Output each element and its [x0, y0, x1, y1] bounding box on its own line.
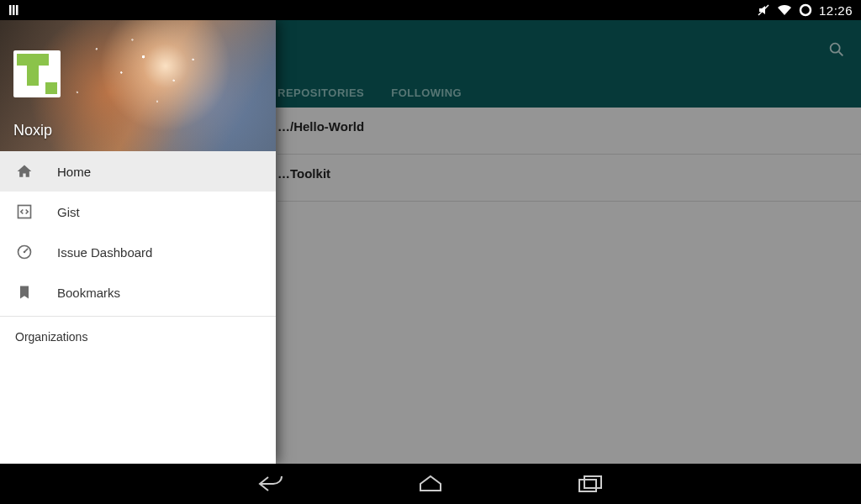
bookmark-icon	[15, 284, 34, 301]
home-icon	[15, 163, 34, 180]
svg-rect-11	[584, 476, 601, 488]
nav-item-label: Gist	[57, 205, 80, 219]
avatar	[13, 50, 61, 97]
nav-item-label: Bookmarks	[57, 286, 120, 300]
svg-rect-2	[16, 5, 18, 15]
nav-item-gist[interactable]: Gist	[0, 192, 276, 232]
notification-icon	[8, 4, 20, 16]
username-label: Noxip	[13, 122, 52, 139]
android-status-bar: 12:26	[0, 0, 861, 20]
svg-rect-1	[13, 5, 15, 15]
svg-rect-10	[579, 480, 596, 491]
nav-item-issue-dashboard[interactable]: Issue Dashboard	[0, 232, 276, 272]
recents-button[interactable]	[573, 471, 607, 496]
svg-rect-0	[9, 5, 12, 15]
nav-item-label: Issue Dashboard	[57, 245, 152, 260]
mute-icon	[757, 3, 770, 17]
android-nav-bar	[0, 464, 861, 504]
svg-point-9	[24, 251, 26, 254]
home-button[interactable]	[414, 471, 447, 496]
nav-item-bookmarks[interactable]: Bookmarks	[0, 272, 276, 312]
drawer-nav: Home Gist Issue Dashboard Bookmarks	[0, 151, 276, 312]
clock: 12:26	[819, 3, 853, 18]
svg-point-4	[800, 5, 811, 15]
back-button[interactable]	[254, 471, 288, 496]
section-organizations[interactable]: Organizations	[0, 317, 276, 357]
system-ring-icon	[799, 3, 812, 17]
dashboard-icon	[15, 244, 34, 260]
nav-item-label: Home	[57, 165, 91, 179]
nav-item-home[interactable]: Home	[0, 151, 276, 192]
drawer-header[interactable]: Noxip	[0, 20, 276, 151]
wifi-icon	[777, 4, 792, 16]
navigation-drawer: Noxip Home Gist Issue Dashboard Bookmark…	[0, 20, 276, 464]
gist-icon	[15, 203, 34, 220]
